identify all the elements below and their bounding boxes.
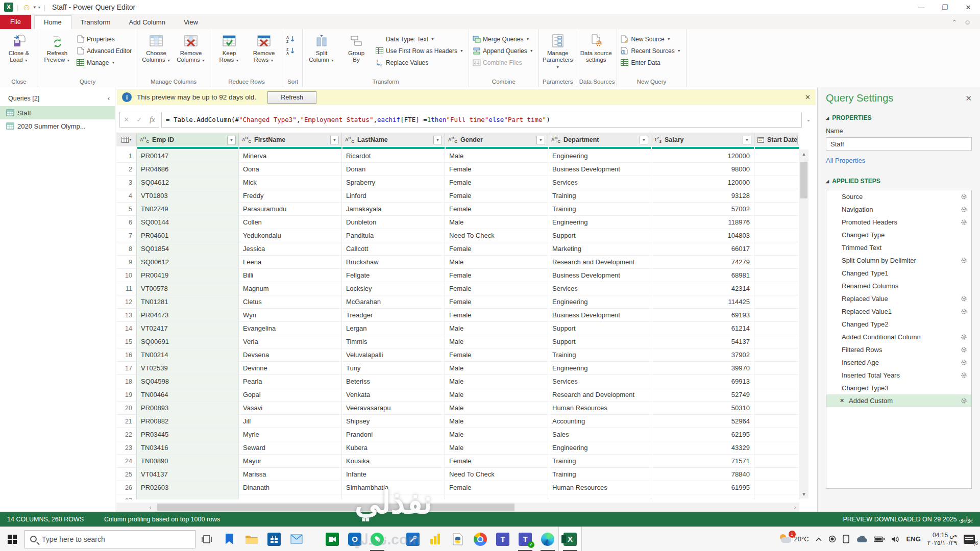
table-cell[interactable]: Need To Check (445, 468, 548, 481)
row-number[interactable]: 27 (116, 494, 137, 499)
gear-icon[interactable] (961, 206, 967, 213)
table-cell[interactable]: Tuny (342, 362, 445, 375)
choose-columns-button[interactable]: ChooseColumns ▼ (139, 31, 173, 64)
manage-parameters-button[interactable]: ManageParameters ▼ (541, 31, 575, 70)
sort-az-button[interactable]: AZ (285, 33, 300, 45)
use-first-row-as-headers-button[interactable]: Use First Row as Headers ▼ (374, 45, 467, 57)
table-cell[interactable]: Jamakayala (342, 203, 445, 216)
table-cell[interactable]: Female (445, 189, 548, 203)
file-explorer-icon[interactable] (240, 527, 263, 551)
table-cell[interactable]: 66017 (651, 242, 754, 256)
weather-widget[interactable]: 120°C (779, 533, 809, 545)
table-cell[interactable]: Services (548, 282, 651, 295)
table-cell[interactable]: Shipsey (342, 415, 445, 428)
formula-input[interactable]: = Table.AddColumn(#"Changed Type3", "Emp… (161, 112, 802, 128)
table-cell[interactable]: Research and Development (548, 388, 651, 402)
tray-chevron-up-icon[interactable] (816, 537, 822, 541)
table-cell[interactable]: PR00419 (137, 269, 239, 282)
table-cell[interactable]: Jessica (239, 242, 342, 256)
phone-link-icon[interactable] (843, 535, 849, 543)
maximize-button[interactable]: ❐ (933, 0, 957, 15)
table-cell[interactable]: Male (445, 441, 548, 455)
table-cell[interactable]: TN03416 (137, 441, 239, 455)
table-cell[interactable]: Training (548, 203, 651, 216)
table-cell[interactable]: 42314 (651, 282, 754, 295)
row-number[interactable]: 15 (116, 335, 137, 348)
row-number[interactable]: 7 (116, 229, 137, 242)
table-cell[interactable]: Devinne (239, 362, 342, 375)
table-cell[interactable]: Devsena (239, 348, 342, 362)
collapse-pane-icon[interactable]: ‹ (108, 94, 110, 102)
horizontal-scrollbar[interactable]: ‹ › (116, 503, 799, 512)
table-cell[interactable]: Beteriss (342, 375, 445, 388)
column-header-gender[interactable]: ABCGender▼ (445, 133, 548, 146)
table-cell[interactable] (754, 441, 799, 455)
gear-icon[interactable] (961, 193, 967, 200)
table-cell[interactable] (754, 415, 799, 428)
refresh-button[interactable]: Refresh (267, 91, 316, 104)
table-cell[interactable] (754, 295, 799, 309)
table-cell[interactable]: 120000 (651, 176, 754, 189)
cancel-formula-icon[interactable]: ✕ (124, 116, 129, 123)
sort-za-button[interactable]: ZA (285, 45, 300, 57)
collapse-ribbon-icon[interactable]: ⌃ (952, 19, 957, 26)
table-cell[interactable]: Vasavi (239, 402, 342, 415)
meet-icon[interactable] (321, 527, 344, 551)
close-button[interactable]: ✕ (957, 0, 980, 15)
close--load-button[interactable]: Close &Load ▼ (2, 31, 36, 64)
smiley-feedback-icon[interactable]: ☺ (22, 3, 31, 12)
expand-formula-icon[interactable]: ⌄ (804, 117, 813, 122)
row-number[interactable]: 14 (116, 322, 137, 335)
table-cell[interactable]: Male (445, 335, 548, 348)
row-number[interactable]: 19 (116, 388, 137, 402)
table-cell[interactable]: 57002 (651, 203, 754, 216)
table-cell[interactable]: Engineering (548, 441, 651, 455)
table-cell[interactable]: Female (445, 163, 548, 176)
table-cell[interactable]: 61995 (651, 481, 754, 494)
help-smiley-icon[interactable]: ☺ (964, 18, 971, 26)
column-header-lastname[interactable]: ABCLastName▼ (342, 133, 445, 146)
table-cell[interactable]: Sales (548, 428, 651, 441)
table-cell[interactable] (754, 481, 799, 494)
column-header-start-date[interactable]: Start Date▼ (754, 133, 799, 146)
select-all-corner-button[interactable]: ▾ (116, 133, 137, 146)
query-item-staff[interactable]: Staff (0, 106, 115, 119)
table-cell[interactable]: Linford (342, 189, 445, 203)
refresh-preview-button[interactable]: RefreshPreview ▼ (40, 31, 74, 64)
applied-step-source[interactable]: Source (826, 190, 971, 203)
combine-files-button[interactable]: Combine Files (471, 57, 536, 68)
row-number[interactable]: 10 (116, 269, 137, 282)
horizontal-scroll-thumb[interactable] (157, 504, 514, 511)
table-cell[interactable]: Male (445, 322, 548, 335)
table-cell[interactable]: Mick (239, 176, 342, 189)
table-cell[interactable]: Male (445, 256, 548, 269)
table-cell[interactable]: 104803 (651, 229, 754, 242)
commit-formula-icon[interactable]: ✓ (137, 116, 142, 123)
recent-sources-button[interactable]: Recent Sources ▼ (619, 45, 683, 57)
power-bi-icon[interactable] (424, 527, 447, 551)
table-cell[interactable] (445, 494, 548, 499)
table-cell[interactable]: Kousika (342, 455, 445, 468)
table-cell[interactable]: Female (445, 176, 548, 189)
applied-step-inserted-age[interactable]: Inserted Age (826, 356, 971, 369)
table-cell[interactable]: Wyn (239, 309, 342, 322)
teams-classes-icon[interactable]: T✓ (514, 527, 536, 551)
table-cell[interactable]: Myrle (239, 428, 342, 441)
table-cell[interactable]: Female (445, 348, 548, 362)
table-cell[interactable] (754, 203, 799, 216)
table-cell[interactable]: PR02603 (137, 481, 239, 494)
chevron-down-icon[interactable]: ▼ (33, 5, 37, 10)
table-cell[interactable]: SQ01854 (137, 242, 239, 256)
bookmarks-icon[interactable] (218, 527, 240, 551)
table-cell[interactable]: 74279 (651, 256, 754, 269)
table-cell[interactable]: Collen (239, 216, 342, 229)
onedrive-icon[interactable] (856, 536, 867, 543)
gear-icon[interactable] (961, 346, 967, 353)
table-cell[interactable]: Male (445, 428, 548, 441)
table-cell[interactable]: Female (445, 455, 548, 468)
table-cell[interactable] (754, 375, 799, 388)
table-cell[interactable] (754, 256, 799, 269)
table-cell[interactable]: SQ00691 (137, 335, 239, 348)
table-cell[interactable]: 37902 (651, 348, 754, 362)
table-cell[interactable]: Business Development (548, 163, 651, 176)
